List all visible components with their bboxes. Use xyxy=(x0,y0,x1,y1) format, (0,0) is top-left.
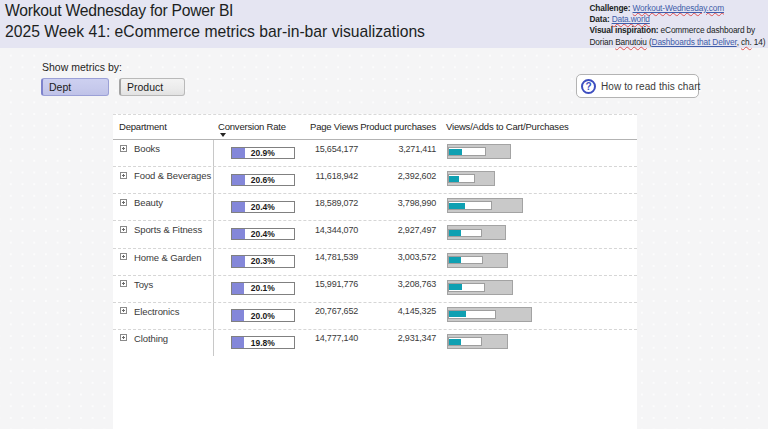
table-row-clothing[interactable]: Clothing19.8%14,777,1402,931,347 xyxy=(113,330,637,357)
department-name: Sports & Fitness xyxy=(134,224,202,235)
views-bar xyxy=(447,198,523,213)
table-row-food-beverages[interactable]: Food & Beverages20.6%11,618,9422,392,602 xyxy=(113,167,637,194)
product-purchases-value: 2,392,602 xyxy=(398,171,436,181)
purchases-bar xyxy=(449,149,462,155)
expand-plus-icon[interactable] xyxy=(120,253,127,260)
table-row-beauty[interactable]: Beauty20.4%18,589,0723,798,990 xyxy=(113,194,637,221)
expand-plus-icon[interactable] xyxy=(120,307,127,314)
metric-toggle-dept-label: Dept xyxy=(49,81,71,93)
page-views-value: 18,589,072 xyxy=(315,198,358,208)
views-bar xyxy=(447,280,513,295)
credit-line-2: Data: Data.world xyxy=(590,14,767,25)
bar-in-bar-table: Department Conversion Rate Page Views Pr… xyxy=(113,114,637,429)
report-title: Workout Wednesday for Power BI xyxy=(5,2,233,20)
expand-plus-icon[interactable] xyxy=(120,145,127,152)
sort-descending-icon xyxy=(220,133,226,137)
credit-line-1: Challenge: Workout-Wednesday.com xyxy=(590,3,767,14)
page-views-value: 14,777,140 xyxy=(315,333,358,343)
views-bar xyxy=(447,144,511,159)
purchases-bar xyxy=(449,339,461,345)
metric-toggle-dept[interactable]: Dept xyxy=(41,78,109,96)
purchases-bar xyxy=(449,230,461,236)
conversion-rate-value: 20.9% xyxy=(232,148,294,159)
credit-link[interactable]: Workout-Wednesday.com xyxy=(633,3,724,13)
table-row-sports-fitness[interactable]: Sports & Fitness20.4%14,344,0702,927,497 xyxy=(113,221,637,248)
product-purchases-value: 2,927,497 xyxy=(398,225,436,235)
page-views-value: 15,991,776 xyxy=(315,279,358,289)
product-purchases-value: 4,145,325 xyxy=(398,306,436,316)
conversion-rate-cell: 20.4% xyxy=(231,201,295,214)
purchases-bar xyxy=(449,203,465,209)
conversion-rate-cell: 20.3% xyxy=(231,255,295,268)
column-header-views-adds-purchases[interactable]: Views/Adds to Cart/Purchases xyxy=(446,121,569,132)
table-row-electronics[interactable]: Electronics20.0%20,767,6524,145,325 xyxy=(113,303,637,330)
conversion-rate-cell: 20.9% xyxy=(231,147,295,160)
purchases-bar xyxy=(449,311,466,317)
purchases-bar xyxy=(449,284,462,290)
conversion-rate-value: 20.3% xyxy=(232,256,294,267)
page-views-value: 14,344,070 xyxy=(315,225,358,235)
column-header-conversion-rate[interactable]: Conversion Rate xyxy=(218,121,286,132)
report-header-band: Workout Wednesday for Power BI 2025 Week… xyxy=(0,0,768,48)
table-row-home-garden[interactable]: Home & Garden20.3%14,781,5393,003,572 xyxy=(113,249,637,276)
credit-link[interactable]: Data.world xyxy=(612,14,650,24)
product-purchases-value: 2,931,347 xyxy=(398,333,436,343)
product-purchases-value: 3,271,411 xyxy=(398,144,436,154)
credits-block: Challenge: Workout-Wednesday.comData: Da… xyxy=(590,3,767,49)
conversion-rate-value: 20.6% xyxy=(232,175,294,186)
conversion-rate-value: 20.0% xyxy=(232,310,294,321)
column-header-department[interactable]: Department xyxy=(119,121,167,132)
column-header-page-views[interactable]: Page Views xyxy=(310,121,358,132)
expand-plus-icon[interactable] xyxy=(120,334,127,341)
views-bar xyxy=(447,334,508,349)
page-views-value: 11,618,942 xyxy=(316,171,358,181)
purchases-bar xyxy=(449,257,461,263)
conversion-rate-cell: 20.0% xyxy=(231,309,295,322)
views-bar xyxy=(447,171,495,186)
product-purchases-value: 3,003,572 xyxy=(398,252,436,262)
metric-toggle-product-label: Product xyxy=(127,81,163,93)
report-subtitle: 2025 Week 41: eCommerce metrics bar-in-b… xyxy=(5,23,425,41)
conversion-rate-cell: 19.8% xyxy=(231,336,295,349)
expand-plus-icon[interactable] xyxy=(120,280,127,287)
conversion-rate-value: 20.1% xyxy=(232,283,294,294)
conversion-rate-cell: 20.6% xyxy=(231,174,295,187)
department-name: Food & Beverages xyxy=(134,170,211,181)
credit-line-3: Visual inspiration: eCommerce dashboard … xyxy=(590,25,767,36)
department-name: Toys xyxy=(134,279,153,290)
product-purchases-value: 3,798,990 xyxy=(398,198,436,208)
how-to-read-label: How to read this chart xyxy=(601,81,700,92)
views-bar xyxy=(447,307,532,322)
conversion-rate-value: 19.8% xyxy=(232,337,294,348)
question-circle-icon: ? xyxy=(581,79,596,94)
expand-plus-icon[interactable] xyxy=(120,226,127,233)
credit-line-4: Dorian Banutoiu (Dashboards that Deliver… xyxy=(590,37,767,48)
show-metrics-label: Show metrics by: xyxy=(42,61,122,73)
column-header-product-purchases[interactable]: Product purchases xyxy=(360,121,436,132)
purchases-bar xyxy=(449,176,459,182)
conversion-rate-cell: 20.1% xyxy=(231,282,295,295)
table-row-books[interactable]: Books20.9%15,654,1773,271,411 xyxy=(113,140,637,167)
table-row-toys[interactable]: Toys20.1%15,991,7763,208,763 xyxy=(113,276,637,303)
views-bar xyxy=(447,225,506,240)
department-name: Beauty xyxy=(134,197,163,208)
department-name: Home & Garden xyxy=(134,252,201,263)
conversion-rate-value: 20.4% xyxy=(232,229,294,240)
page-views-value: 20,767,652 xyxy=(315,306,358,316)
conversion-rate-value: 20.4% xyxy=(232,202,294,213)
credit-link[interactable]: Dashboards that Deliver xyxy=(652,37,737,47)
expand-plus-icon[interactable] xyxy=(120,199,127,206)
department-name: Electronics xyxy=(134,306,179,317)
metric-toggle-product[interactable]: Product xyxy=(119,78,185,96)
department-name: Books xyxy=(134,143,160,154)
expand-plus-icon[interactable] xyxy=(120,172,127,179)
how-to-read-button[interactable]: ? How to read this chart xyxy=(576,74,699,98)
views-bar xyxy=(447,253,508,268)
department-name: Clothing xyxy=(134,333,168,344)
table-header-row: Department Conversion Rate Page Views Pr… xyxy=(113,115,637,140)
table-body: Books20.9%15,654,1773,271,411Food & Beve… xyxy=(113,140,637,357)
product-purchases-value: 3,208,763 xyxy=(398,279,436,289)
page-views-value: 14,781,539 xyxy=(315,252,358,262)
page-views-value: 15,654,177 xyxy=(315,144,358,154)
conversion-rate-cell: 20.4% xyxy=(231,228,295,241)
